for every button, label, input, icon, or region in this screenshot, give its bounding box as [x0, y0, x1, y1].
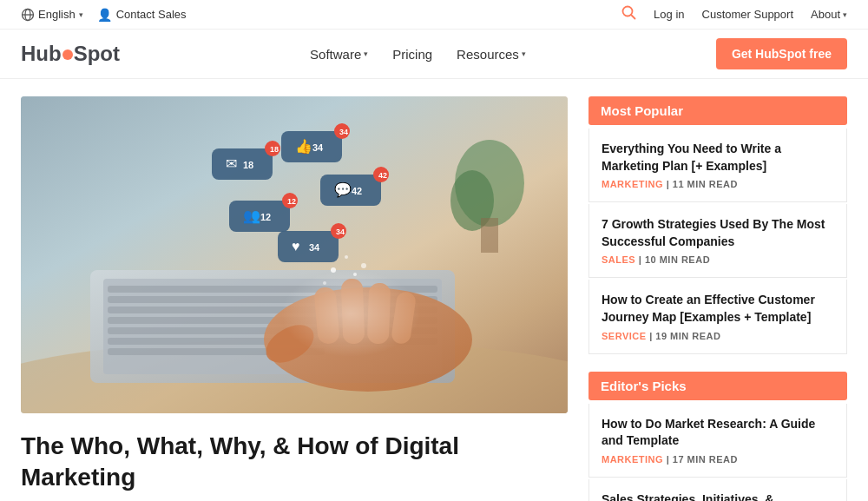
card-meta-1: MARKETING | 11 MIN READ — [602, 179, 834, 189]
language-label: English — [38, 8, 76, 21]
svg-text:👥: 👥 — [243, 208, 260, 224]
login-link[interactable]: Log in — [654, 8, 684, 21]
article-image: ✉ 18 18 👍 34 34 💬 42 42 👥 12 — [21, 96, 568, 413]
card-sep-2: | — [639, 254, 645, 265]
card-category-1: MARKETING — [602, 179, 663, 189]
top-bar-left: English ▾ 👤 Contact Sales — [21, 8, 187, 22]
svg-text:34: 34 — [339, 128, 348, 136]
software-label: Software — [310, 47, 361, 62]
card-meta-3: SERVICE | 19 MIN READ — [602, 331, 834, 341]
top-bar-right: Log in Customer Support About ▾ — [621, 5, 847, 23]
svg-point-52 — [345, 255, 348, 259]
editors-card-sep-1: | — [667, 454, 673, 465]
svg-rect-25 — [481, 218, 498, 253]
chevron-down-icon: ▾ — [79, 10, 83, 19]
editors-card-read-time-1: 17 MIN READ — [673, 454, 738, 465]
editors-picks-section: Editor's Picks How to Do Market Research… — [589, 372, 847, 501]
card-read-time-1: 11 MIN READ — [673, 179, 738, 189]
svg-point-51 — [331, 267, 336, 273]
resources-chevron-icon: ▾ — [522, 49, 526, 58]
card-category-2: SALES — [602, 254, 635, 265]
most-popular-card-1[interactable]: Everything You Need to Write a Marketing… — [589, 129, 847, 202]
svg-text:12: 12 — [287, 197, 296, 206]
software-menu[interactable]: Software ▾ — [301, 40, 377, 69]
svg-point-54 — [323, 281, 326, 285]
most-popular-card-2[interactable]: 7 Growth Strategies Used By The Most Suc… — [589, 204, 847, 278]
hubspot-logo[interactable]: HubSpot — [21, 42, 120, 66]
software-chevron-icon: ▾ — [364, 49, 368, 58]
most-popular-card-3[interactable]: How to Create an Effective Customer Jour… — [589, 280, 847, 353]
editors-card-title-2: Sales Strategies, Initiatives, & Templat… — [602, 491, 834, 501]
card-meta-2: SALES | 10 MIN READ — [602, 254, 834, 265]
svg-text:12: 12 — [260, 212, 271, 222]
resources-label: Resources — [457, 47, 519, 62]
contact-sales-link[interactable]: 👤 Contact Sales — [97, 8, 187, 22]
svg-rect-26 — [212, 148, 273, 180]
content-area: ✉ 18 18 👍 34 34 💬 42 42 👥 12 — [0, 79, 868, 501]
about-label: About — [811, 8, 840, 21]
svg-text:👍: 👍 — [295, 138, 312, 155]
svg-text:42: 42 — [352, 186, 362, 196]
card-title-1: Everything You Need to Write a Marketing… — [602, 141, 834, 175]
pricing-label: Pricing — [392, 47, 432, 62]
logo-text-spot: Spot — [74, 42, 120, 66]
person-icon: 👤 — [97, 8, 112, 22]
card-category-3: SERVICE — [602, 331, 647, 341]
globe-icon — [21, 8, 35, 22]
svg-text:💬: 💬 — [334, 181, 352, 198]
article-title: The Who, What, Why, & How of Digital Mar… — [21, 431, 568, 494]
language-selector[interactable]: English ▾ — [21, 8, 83, 22]
main-nav: HubSpot Software ▾ Pricing Resources ▾ G… — [0, 30, 868, 79]
logo-sprocket-icon — [62, 49, 73, 60]
card-read-time-3: 19 MIN READ — [655, 331, 720, 341]
svg-text:18: 18 — [243, 160, 253, 170]
svg-text:34: 34 — [336, 227, 345, 236]
svg-point-55 — [361, 263, 366, 268]
card-read-time-2: 10 MIN READ — [645, 254, 710, 265]
card-title-2: 7 Growth Strategies Used By The Most Suc… — [602, 216, 834, 250]
about-menu[interactable]: About ▾ — [811, 8, 847, 21]
svg-text:✉: ✉ — [226, 156, 237, 171]
search-icon[interactable] — [621, 5, 636, 23]
editors-card-category-1: MARKETING — [602, 454, 663, 465]
editors-card-title-1: How to Do Market Research: A Guide and T… — [602, 416, 834, 450]
most-popular-section: Most Popular Everything You Need to Writ… — [589, 96, 847, 354]
sidebar: Most Popular Everything You Need to Writ… — [589, 96, 847, 501]
logo-text-hub: Hub — [21, 42, 62, 66]
svg-text:42: 42 — [378, 171, 387, 180]
svg-line-4 — [631, 15, 635, 19]
main-article: ✉ 18 18 👍 34 34 💬 42 42 👥 12 — [21, 96, 568, 501]
customer-support-link[interactable]: Customer Support — [702, 8, 794, 21]
editors-card-meta-1: MARKETING | 17 MIN READ — [602, 454, 834, 465]
svg-text:♥: ♥ — [292, 239, 300, 254]
pricing-link[interactable]: Pricing — [384, 40, 441, 69]
svg-text:34: 34 — [309, 242, 320, 253]
card-title-3: How to Create an Effective Customer Jour… — [602, 292, 834, 326]
editors-picks-header: Editor's Picks — [589, 372, 847, 400]
resources-menu[interactable]: Resources ▾ — [448, 40, 535, 69]
contact-sales-label: Contact Sales — [116, 8, 187, 21]
svg-point-22 — [281, 270, 420, 357]
about-chevron-icon: ▾ — [843, 10, 847, 19]
card-sep-1: | — [667, 179, 673, 189]
svg-point-53 — [353, 273, 357, 276]
svg-rect-46 — [278, 231, 339, 262]
most-popular-header: Most Popular — [589, 96, 847, 125]
top-bar: English ▾ 👤 Contact Sales Log in Custome… — [0, 0, 868, 30]
nav-links: Software ▾ Pricing Resources ▾ — [301, 40, 535, 69]
svg-text:18: 18 — [270, 145, 279, 154]
editors-picks-card-2[interactable]: Sales Strategies, Initiatives, & Templat… — [589, 479, 847, 501]
svg-text:34: 34 — [312, 142, 324, 153]
editors-picks-card-1[interactable]: How to Do Market Research: A Guide and T… — [589, 404, 847, 478]
get-hubspot-free-button[interactable]: Get HubSpot free — [716, 38, 847, 69]
